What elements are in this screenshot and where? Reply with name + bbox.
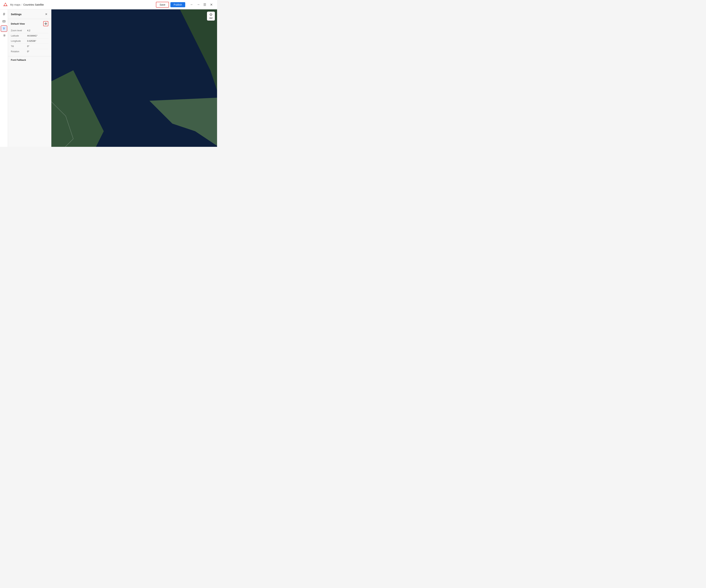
filter-icon (2, 27, 6, 30)
longitude-value: 0.02536° (27, 40, 36, 42)
close-icon: ✕ (210, 3, 213, 7)
latitude-value: 44.64441° (27, 35, 37, 37)
zoom-level-value: 4.2 (27, 29, 30, 32)
svg-rect-3 (3, 20, 5, 22)
header-actions: Save Publish (156, 2, 185, 8)
settings-panel: Settings ✕ Default View Zoom level 4.2 L… (8, 9, 51, 147)
main-layout: ? Settings ✕ Default View Zoom level 4.2 (0, 9, 217, 147)
zoom-widget: ⏻ 4.2 (207, 11, 215, 20)
longitude-row: Longitude 0.02536° (11, 39, 48, 44)
publish-button[interactable]: Publish (170, 2, 185, 7)
app-logo (3, 2, 8, 7)
longitude-label: Longitude (11, 40, 27, 42)
header: My maps / Countries Satellite Save Publi… (0, 0, 217, 9)
layers-icon (2, 20, 6, 23)
tilt-value: 0° (27, 45, 29, 48)
breadcrumb-current: Countries Satellite (23, 3, 44, 6)
settings-title: Settings (11, 13, 22, 16)
tilt-label: Tilt (11, 45, 27, 48)
default-view-header: Default View (11, 21, 48, 26)
back-button[interactable]: ← (189, 2, 195, 8)
rail-layers-button[interactable] (1, 18, 7, 25)
font-fallback-section: Font Fallback (8, 56, 51, 65)
breadcrumb-separator: / (22, 3, 22, 6)
map-svg (51, 9, 217, 147)
move-icon (44, 23, 47, 25)
latitude-label: Latitude (11, 35, 27, 37)
svg-point-9 (3, 28, 4, 28)
zoom-history-icon[interactable]: ⏻ (209, 13, 212, 16)
window-close-button[interactable]: ✕ (208, 2, 214, 8)
rail-lightning-button[interactable] (1, 11, 7, 17)
tilt-row: Tilt 0° (11, 44, 48, 49)
forward-button[interactable]: → (195, 2, 201, 8)
rail-puzzle-button[interactable] (1, 33, 7, 39)
set-default-view-button[interactable] (43, 21, 48, 26)
font-fallback-label: Font Fallback (11, 58, 48, 61)
svg-point-11 (3, 29, 4, 30)
svg-point-2 (4, 4, 6, 6)
puzzle-icon (2, 34, 6, 37)
icon-rail: ? (0, 9, 8, 147)
forward-icon: → (197, 3, 200, 6)
save-button[interactable]: Save (156, 2, 169, 8)
settings-header: Settings ✕ (8, 9, 51, 19)
menu-icon: ☰ (203, 3, 206, 7)
zoom-level-display: 4.2 (209, 17, 212, 19)
settings-close-button[interactable]: ✕ (44, 12, 48, 16)
zoom-level-label: Zoom level (11, 29, 27, 32)
breadcrumb-my-maps[interactable]: My maps (10, 3, 21, 6)
header-nav-icons: ← → ☰ ✕ (189, 2, 214, 8)
menu-button[interactable]: ☰ (202, 2, 208, 8)
map-area[interactable]: ⏻ 4.2 © MapTiler © OpenStreetMap contrib… (51, 9, 217, 147)
rotation-value: 0° (27, 50, 29, 53)
latitude-row: Latitude 44.64441° (11, 33, 48, 39)
lightning-icon (2, 12, 6, 16)
back-icon: ← (190, 3, 193, 6)
svg-point-10 (4, 28, 4, 29)
breadcrumb: My maps / Countries Satellite (10, 3, 154, 6)
default-view-label: Default View (11, 23, 25, 25)
default-view-section: Default View Zoom level 4.2 Latitude 44.… (8, 19, 51, 56)
rail-filter-button[interactable] (1, 25, 7, 32)
zoom-level-row: Zoom level 4.2 (11, 28, 48, 33)
rotation-row: Rotation 0° (11, 49, 48, 54)
rotation-label: Rotation (11, 50, 27, 53)
